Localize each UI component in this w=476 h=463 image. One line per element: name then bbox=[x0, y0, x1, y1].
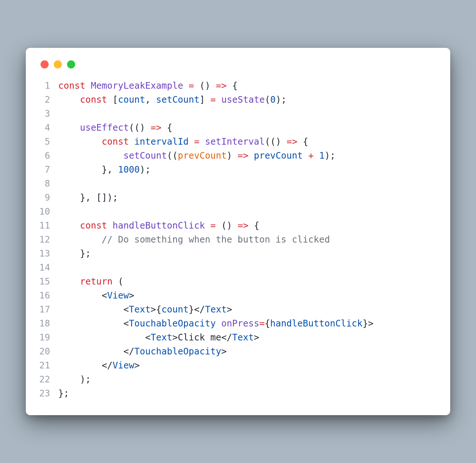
line-content: useEffect(() => { bbox=[58, 121, 438, 135]
token-var: View bbox=[107, 290, 129, 301]
line-number: 16 bbox=[38, 289, 58, 303]
line-content bbox=[58, 205, 438, 219]
token-angle: > bbox=[172, 332, 178, 343]
token-punc bbox=[189, 136, 194, 147]
line-content: <TouchableOpacity onPress={handleButtonC… bbox=[58, 317, 438, 331]
token-keyword: const bbox=[102, 136, 129, 147]
token-punc: ( bbox=[216, 220, 227, 231]
maximize-icon[interactable] bbox=[67, 60, 75, 68]
token-punc: ) bbox=[276, 136, 287, 147]
token-angle: </ bbox=[123, 346, 134, 357]
close-icon[interactable] bbox=[41, 60, 49, 68]
token-arrow: => bbox=[287, 136, 298, 147]
line-number: 13 bbox=[38, 247, 58, 261]
line-number: 20 bbox=[38, 344, 58, 358]
line-number: 8 bbox=[38, 177, 58, 191]
token-angle: </ bbox=[194, 304, 205, 315]
token-num: 1000 bbox=[118, 164, 140, 175]
token-punc bbox=[248, 150, 254, 161]
line-content: return ( bbox=[58, 275, 438, 289]
token-call: setCount bbox=[123, 150, 167, 161]
code-line: 9 }, []); bbox=[38, 191, 438, 205]
token-keyword: return bbox=[80, 276, 113, 287]
line-number: 10 bbox=[38, 205, 58, 219]
token-angle: > bbox=[368, 318, 374, 329]
code-window: 1const MemoryLeakExample = () => {2 cons… bbox=[26, 48, 450, 415]
line-content: </View> bbox=[58, 358, 438, 372]
token-punc bbox=[58, 304, 123, 315]
code-line: 21 </View> bbox=[38, 358, 438, 372]
token-punc bbox=[58, 346, 123, 357]
token-punc: }; bbox=[58, 388, 69, 399]
token-punc bbox=[303, 150, 308, 161]
line-content: // Do something when the button is click… bbox=[58, 233, 438, 247]
token-angle: > bbox=[151, 304, 156, 315]
line-content bbox=[58, 177, 438, 191]
token-param: prevCount bbox=[178, 150, 227, 161]
code-line: 6 setCount((prevCount) => prevCount + 1)… bbox=[38, 149, 438, 163]
code-line: 4 useEffect(() => { bbox=[38, 121, 438, 135]
code-line: 22 ); bbox=[38, 372, 438, 386]
token-punc bbox=[216, 318, 221, 329]
token-punc: ( bbox=[194, 80, 205, 91]
code-line: 5 const intervalId = setInterval(() => { bbox=[38, 135, 438, 149]
token-punc: { bbox=[156, 304, 162, 315]
token-punc: (( bbox=[265, 136, 276, 147]
token-punc: ); bbox=[140, 164, 151, 175]
token-angle: > bbox=[221, 346, 227, 357]
line-content: }; bbox=[58, 386, 438, 400]
token-punc: [ bbox=[107, 94, 118, 105]
minimize-icon[interactable] bbox=[54, 60, 62, 68]
line-number: 9 bbox=[38, 191, 58, 205]
token-punc: ) bbox=[227, 220, 238, 231]
token-var: TouchableOpacity bbox=[134, 346, 221, 357]
token-angle: > bbox=[134, 360, 140, 371]
token-punc: { bbox=[297, 136, 308, 147]
code-line: 23}; bbox=[38, 386, 438, 400]
code-line: 17 <Text>{count}</Text> bbox=[38, 303, 438, 317]
token-angle: </ bbox=[221, 332, 232, 343]
line-content: <View> bbox=[58, 289, 438, 303]
line-content: setCount((prevCount) => prevCount + 1); bbox=[58, 149, 438, 163]
token-punc: ); bbox=[325, 150, 336, 161]
line-number: 4 bbox=[38, 121, 58, 135]
token-keyword: const bbox=[80, 94, 107, 105]
line-content: }, []); bbox=[58, 191, 438, 205]
token-punc: ) bbox=[227, 150, 238, 161]
token-arrow: => bbox=[238, 150, 249, 161]
token-punc: (( bbox=[129, 122, 140, 133]
token-punc: { bbox=[265, 318, 270, 329]
token-punc bbox=[85, 80, 91, 91]
token-punc: ) bbox=[205, 80, 216, 91]
line-number: 1 bbox=[38, 79, 58, 93]
token-punc bbox=[58, 150, 123, 161]
line-content: <Text>{count}</Text> bbox=[58, 303, 438, 317]
code-line: 14 bbox=[38, 261, 438, 275]
token-var: Text bbox=[151, 332, 172, 343]
token-angle: > bbox=[254, 332, 259, 343]
token-var: TouchableOpacity bbox=[129, 318, 216, 329]
line-content bbox=[58, 261, 438, 275]
line-number: 17 bbox=[38, 303, 58, 317]
line-number: 22 bbox=[38, 372, 58, 386]
token-punc: ); bbox=[58, 374, 91, 385]
token-str: Click me bbox=[178, 332, 221, 343]
line-content bbox=[58, 107, 438, 121]
token-comment: // Do something when the button is click… bbox=[102, 234, 330, 245]
token-op: = bbox=[189, 80, 194, 91]
token-punc: }; bbox=[58, 248, 91, 259]
line-number: 12 bbox=[38, 233, 58, 247]
token-op: = bbox=[210, 220, 216, 231]
token-punc bbox=[58, 332, 145, 343]
code-line: 13 }; bbox=[38, 247, 438, 261]
token-var: prevCount bbox=[254, 150, 303, 161]
line-number: 21 bbox=[38, 358, 58, 372]
line-content: <Text>Click me</Text> bbox=[58, 331, 438, 344]
token-call: setInterval bbox=[205, 136, 265, 147]
line-content: ); bbox=[58, 372, 438, 386]
line-number: 11 bbox=[38, 219, 58, 233]
token-punc: } bbox=[189, 304, 194, 315]
code-editor[interactable]: 1const MemoryLeakExample = () => {2 cons… bbox=[38, 79, 438, 400]
token-punc bbox=[58, 276, 80, 287]
token-var: Text bbox=[129, 304, 151, 315]
